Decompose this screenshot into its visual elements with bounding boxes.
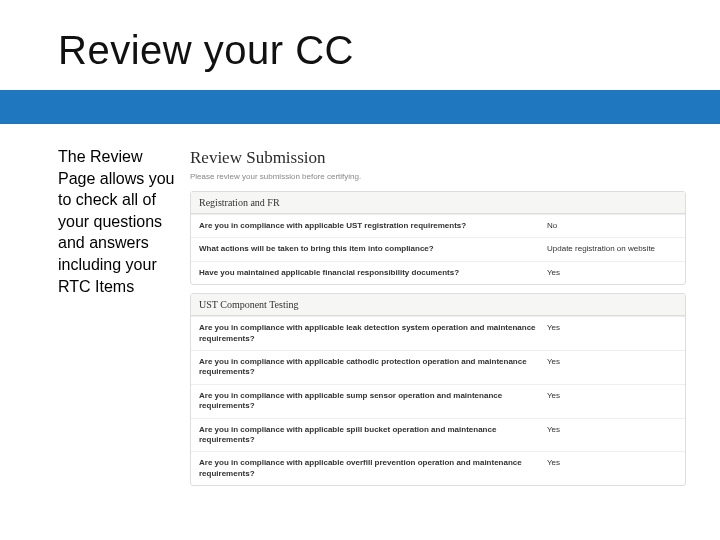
sidebar-text: The Review Page allows you to check all … [58, 146, 178, 297]
qa-row: Have you maintained applicable financial… [191, 261, 685, 284]
accent-bar [0, 90, 720, 124]
section-title: Registration and FR [191, 192, 685, 214]
answer-text: No [547, 221, 677, 231]
qa-row: Are you in compliance with applicable su… [191, 384, 685, 418]
qa-row: Are you in compliance with applicable ca… [191, 350, 685, 384]
qa-row: Are you in compliance with applicable le… [191, 316, 685, 350]
answer-text: Yes [547, 357, 677, 378]
question-text: Are you in compliance with applicable US… [199, 221, 547, 231]
answer-text: Update registration on website [547, 244, 677, 254]
qa-row: Are you in compliance with applicable US… [191, 214, 685, 237]
question-text: Are you in compliance with applicable ov… [199, 458, 547, 479]
section-registration: Registration and FR Are you in complianc… [190, 191, 686, 285]
qa-row: Are you in compliance with applicable sp… [191, 418, 685, 452]
embedded-screenshot: Review Submission Please review your sub… [190, 148, 686, 494]
answer-text: Yes [547, 323, 677, 344]
answer-text: Yes [547, 425, 677, 446]
section-ust-testing: UST Component Testing Are you in complia… [190, 293, 686, 486]
screenshot-subheading: Please review your submission before cer… [190, 172, 686, 181]
question-text: Are you in compliance with applicable sp… [199, 425, 547, 446]
question-text: What actions will be taken to bring this… [199, 244, 547, 254]
page-title: Review your CC [0, 0, 720, 73]
question-text: Are you in compliance with applicable ca… [199, 357, 547, 378]
answer-text: Yes [547, 458, 677, 479]
question-text: Are you in compliance with applicable le… [199, 323, 547, 344]
question-text: Have you maintained applicable financial… [199, 268, 547, 278]
question-text: Are you in compliance with applicable su… [199, 391, 547, 412]
section-title: UST Component Testing [191, 294, 685, 316]
screenshot-heading: Review Submission [190, 148, 686, 168]
content-area: The Review Page allows you to check all … [58, 146, 710, 520]
qa-row: Are you in compliance with applicable ov… [191, 451, 685, 485]
answer-text: Yes [547, 391, 677, 412]
qa-row: What actions will be taken to bring this… [191, 237, 685, 260]
slide: Review your CC The Review Page allows yo… [0, 0, 720, 540]
answer-text: Yes [547, 268, 677, 278]
